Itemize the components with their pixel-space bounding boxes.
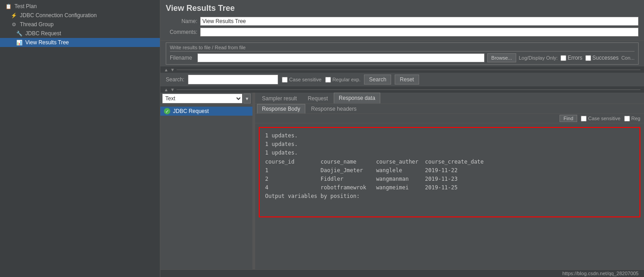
tab-response-data[interactable]: Response data (334, 93, 380, 103)
sub-tab-response-body[interactable]: Response Body (257, 104, 305, 113)
configure-label: Con... (621, 55, 635, 61)
search-label: Search: (166, 76, 184, 83)
sidebar: 📋 Test Plan ⚡ JDBC Connection Configurat… (0, 0, 160, 277)
sub-tab-response-headers[interactable]: Response headers (306, 104, 362, 113)
response-line-5: 2 Fiddler wangmanman 2019-11-23 (265, 175, 634, 183)
comments-row: Comments: (166, 28, 639, 37)
jdbc-request-icon: 🔧 (16, 30, 23, 37)
success-status-icon: ✓ (164, 108, 170, 114)
search-bar: Search: Case sensitive Regular exp. Sear… (160, 73, 644, 86)
sidebar-item-label: Thread Group (20, 21, 54, 28)
tree-item-jdbc-request[interactable]: ✓ JDBC Request (160, 107, 252, 116)
successes-checkbox-label[interactable]: Successes (585, 55, 619, 61)
regular-exp-text: Regular exp. (332, 77, 360, 82)
tab-bar: Sampler result Request Response data (255, 93, 644, 104)
response-content-box: 1 updates. 1 updates. 1 updates. course_… (259, 127, 640, 217)
sidebar-item-jdbc-connection[interactable]: ⚡ JDBC Connection Configuration (0, 11, 160, 20)
regular-exp-checkbox[interactable] (325, 77, 331, 83)
tab-request-label: Request (308, 95, 328, 102)
browse-button[interactable]: Browse... (487, 53, 516, 62)
find-reg-label[interactable]: Reg (624, 116, 640, 122)
sidebar-item-thread-group[interactable]: ⚙ Thread Group (0, 20, 160, 29)
status-bar: https://blog.csdn.net/qq_28207005 (160, 269, 644, 277)
find-case-sensitive-label[interactable]: Case sensitive (581, 116, 621, 122)
case-sensitive-text: Case sensitive (289, 77, 322, 82)
case-sensitive-checkbox[interactable] (282, 77, 288, 83)
test-plan-icon: 📋 (5, 3, 12, 9)
filename-input[interactable] (197, 53, 485, 62)
name-input[interactable] (200, 17, 639, 26)
filename-label: Filename (170, 55, 195, 61)
tree-item-label: JDBC Request (173, 108, 209, 114)
successes-label: Successes (593, 55, 619, 61)
sidebar-item-test-plan[interactable]: 📋 Test Plan (0, 2, 160, 11)
find-bar: Find Case sensitive Reg (255, 114, 644, 123)
main-panel: View Results Tree Name: Comments: Write … (160, 0, 644, 277)
collapse-button[interactable]: ▼ (243, 94, 251, 103)
response-line-6: 4 robotframewrok wangmeimei 2019-11-25 (265, 183, 634, 192)
write-results-border: Write results to file / Read from file F… (166, 42, 639, 65)
tree-list: ✓ JDBC Request (160, 105, 252, 269)
sub-tab-bar: Response Body Response headers (255, 104, 644, 114)
arrow-down-icon-2: ▼ (170, 87, 175, 92)
filename-row: Filename Browse... Log/Display Only: Err… (170, 53, 635, 62)
arrow-down-icon: ▼ (170, 67, 175, 72)
response-body: 1 updates. 1 updates. 1 updates. course_… (255, 123, 644, 269)
write-results-title: Write results to file / Read from file (170, 45, 635, 52)
comments-input[interactable] (200, 28, 639, 37)
response-line-2: 1 updates. (265, 149, 634, 157)
find-case-sensitive-text: Case sensitive (588, 116, 621, 121)
panel-title: View Results Tree (166, 4, 639, 13)
response-line-4: 1 Daojie_Jmeter wanglele 2019-11-22 (265, 166, 634, 175)
comments-label: Comments: (166, 29, 197, 35)
panel-header: View Results Tree Name: Comments: (160, 0, 644, 41)
sidebar-item-label: JDBC Request (25, 30, 61, 37)
sidebar-item-label: View Results Tree (25, 39, 69, 46)
reset-button[interactable]: Reset (395, 75, 419, 85)
errors-checkbox-label[interactable]: Errors (560, 55, 583, 61)
search-button[interactable]: Search (364, 75, 391, 85)
response-line-8: Output variables by position: (265, 192, 634, 201)
tree-toolbar: Text HTML JSON XML ▼ (160, 93, 252, 105)
response-panel: Sampler result Request Response data Res… (255, 93, 644, 269)
arrow-up-icon-2: ▲ (164, 87, 168, 92)
arrow-up-icon: ▲ (164, 67, 168, 72)
view-type-select[interactable]: Text HTML JSON XML (162, 94, 243, 103)
find-reg-checkbox[interactable] (624, 116, 630, 122)
response-line-1: 1 updates. (265, 140, 634, 149)
divider-bottom: ▲ ▼ (160, 86, 644, 93)
find-button[interactable]: Find (560, 115, 577, 122)
sub-tab-response-headers-label: Response headers (311, 106, 357, 112)
tree-panel: Text HTML JSON XML ▼ ✓ JDBC Request (160, 93, 253, 269)
sub-tab-response-body-label: Response Body (262, 106, 300, 112)
name-label: Name: (166, 18, 197, 24)
thread-group-icon: ⚙ (11, 21, 17, 28)
find-case-sensitive-checkbox[interactable] (581, 116, 587, 122)
view-results-tree-icon: 📊 (16, 39, 23, 46)
jdbc-connection-icon: ⚡ (11, 12, 17, 19)
write-results-section: Write results to file / Read from file F… (166, 42, 639, 65)
errors-label: Errors (568, 55, 583, 61)
response-line-0: 1 updates. (265, 131, 634, 140)
tab-response-data-label: Response data (339, 95, 375, 101)
divider-top: ▲ ▼ (160, 66, 644, 73)
name-row: Name: (166, 17, 639, 26)
case-sensitive-label[interactable]: Case sensitive (282, 77, 322, 83)
sidebar-item-view-results-tree[interactable]: 📊 View Results Tree (0, 38, 160, 47)
search-input[interactable] (188, 75, 278, 85)
successes-checkbox[interactable] (585, 55, 591, 61)
sidebar-item-jdbc-request[interactable]: 🔧 JDBC Request (0, 29, 160, 38)
find-reg-text: Reg (631, 116, 640, 121)
status-url: https://blog.csdn.net/qq_28207005 (562, 271, 639, 276)
results-area: Text HTML JSON XML ▼ ✓ JDBC Request (160, 93, 644, 269)
tab-sampler-result[interactable]: Sampler result (257, 93, 302, 103)
response-line-3: course_id course_name course_auther cour… (265, 158, 634, 166)
tab-sampler-result-label: Sampler result (262, 95, 297, 102)
sidebar-item-label: JDBC Connection Configuration (20, 12, 97, 19)
regular-exp-label[interactable]: Regular exp. (325, 77, 360, 83)
log-display-label: Log/Display Only: (519, 55, 558, 61)
sidebar-item-label: Test Plan (14, 3, 37, 9)
tab-request[interactable]: Request (303, 93, 333, 103)
errors-checkbox[interactable] (560, 55, 566, 61)
